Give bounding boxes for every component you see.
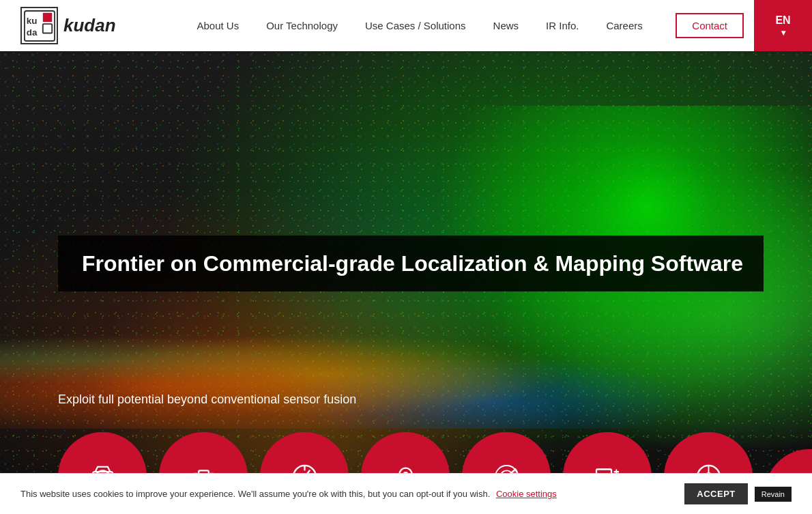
hero-subtitle-text: Exploit full potential beyond convention… [58, 392, 356, 406]
revain-badge: Revain [755, 487, 792, 502]
nav-news[interactable]: News [493, 20, 519, 31]
language-selector[interactable]: EN ▾ [754, 0, 812, 51]
logo-icon: ku da [20, 7, 58, 44]
chevron-down-icon: ▾ [781, 28, 785, 38]
svg-text:da: da [26, 27, 37, 38]
logo-area[interactable]: ku da kudan [0, 7, 164, 44]
hero-subheadline: Exploit full potential beyond convention… [58, 392, 356, 407]
svg-rect-4 [42, 24, 51, 33]
nav-our-technology[interactable]: Our Technology [266, 20, 338, 31]
cookie-settings-link[interactable]: Cookie settings [496, 489, 557, 499]
svg-text:ku: ku [26, 16, 37, 26]
lang-label: EN [775, 14, 790, 27]
contact-button[interactable]: Contact [676, 13, 744, 38]
hero-title: Frontier on Commercial-grade Localizatio… [82, 251, 743, 276]
nav-careers[interactable]: Careers [606, 20, 642, 31]
nav-about-us[interactable]: About Us [197, 20, 239, 31]
hero-section: Frontier on Commercial-grade Localizatio… [0, 51, 812, 514]
site-header: ku da kudan About Us Our Technology Use … [0, 0, 812, 51]
accept-button[interactable]: ACCEPT [684, 483, 747, 504]
nav-use-cases[interactable]: Use Cases / Solutions [365, 20, 466, 31]
svg-rect-3 [42, 12, 51, 21]
main-nav: About Us Our Technology Use Cases / Solu… [164, 20, 676, 31]
ground-point-cloud [0, 292, 812, 429]
revain-label: Revain [762, 490, 785, 498]
cookie-message-text: This website uses cookies to improve you… [20, 489, 490, 499]
cookie-message: This website uses cookies to improve you… [20, 489, 684, 499]
logo-text: kudan [63, 15, 116, 36]
nav-ir-info[interactable]: IR Info. [546, 20, 579, 31]
cookie-actions: ACCEPT Revain [684, 483, 792, 504]
cookie-bar: This website uses cookies to improve you… [0, 473, 812, 514]
hero-wrapper: Frontier on Commercial-grade Localizatio… [0, 0, 812, 514]
hero-headline-box: Frontier on Commercial-grade Localizatio… [58, 235, 764, 291]
